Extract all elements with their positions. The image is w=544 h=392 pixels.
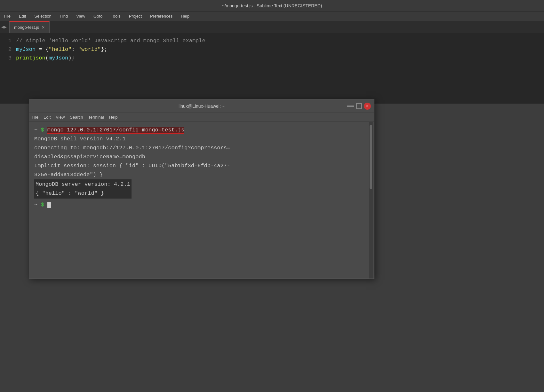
terminal-output-4: Implicit session: session { "id" : UUID(… [34, 161, 369, 170]
code-content: // simple 'Hello World' JavaScript and m… [16, 36, 544, 100]
code-comment-2: mongo Shell example [140, 38, 205, 44]
terminal-dollar-1: $ [41, 127, 44, 133]
tab-close-button[interactable]: ✕ [42, 25, 45, 30]
terminal-scrollbar[interactable] [369, 122, 373, 278]
terminal-menu-terminal[interactable]: Terminal [88, 115, 104, 120]
terminal-prompt-end: ~ $ [34, 200, 369, 209]
terminal-scrollbar-thumb[interactable] [370, 125, 372, 189]
menu-preferences[interactable]: Preferences [149, 13, 174, 19]
code-line-3: printjson(myJson); [16, 54, 544, 62]
terminal-restore-btn[interactable] [356, 103, 362, 109]
terminal-output-3: disabled&gssapiServiceName=mongodb [34, 153, 369, 161]
terminal-highlight-block: MongoDB server version: 4.2.1 { "hello" … [34, 179, 132, 199]
terminal-title-bar: linux@Linux-Huawei: ~ [29, 99, 374, 113]
menu-view[interactable]: View [75, 13, 86, 19]
terminal-body[interactable]: ~ $ mongo 127.0.0.1:27017/config mongo-t… [29, 122, 374, 278]
terminal-dollar-2: $ [41, 202, 44, 208]
terminal-output-6: MongoDB server version: 4.2.1 { "hello" … [34, 179, 369, 199]
tab-next-arrow[interactable]: ▶ [4, 24, 6, 30]
terminal-output-7: { "hello" : "world" } [36, 190, 104, 196]
terminal-cursor [47, 202, 51, 208]
menu-goto[interactable]: Goto [92, 13, 104, 19]
terminal-command: mongo 127.0.0.1:27017/config mongo-test.… [47, 127, 184, 134]
tab-bar: ◀ ▶ mongo-test.js ✕ [0, 21, 544, 33]
menu-project[interactable]: Project [128, 13, 143, 19]
title-bar: ~/mongo-test.js - Sublime Text (UNREGIST… [0, 0, 544, 12]
menu-bar: File Edit Selection Find View Goto Tools… [0, 12, 544, 21]
code-punct-4: ( [45, 55, 49, 61]
code-line-2: myJson = {"hello": "world"}; [16, 45, 544, 54]
code-str-hello: "hello" [49, 46, 71, 52]
terminal-menu-view[interactable]: View [56, 115, 65, 120]
terminal-output-2: connecting to: mongodb://127.0.0.1:27017… [34, 144, 369, 153]
editor-area: 1 2 3 // simple 'Hello World' JavaScript… [0, 33, 544, 104]
menu-tools[interactable]: Tools [109, 13, 122, 19]
line-numbers: 1 2 3 [0, 36, 16, 100]
terminal-minimize-btn[interactable] [347, 106, 354, 107]
tab-mongo-test-js[interactable]: mongo-test.js ✕ [9, 21, 50, 33]
terminal-command-line: ~ $ mongo 127.0.0.1:27017/config mongo-t… [34, 126, 369, 135]
tab-prev-arrow[interactable]: ◀ [1, 24, 4, 30]
code-str-world: "world" [78, 46, 101, 52]
code-and: and [130, 38, 140, 44]
terminal-menu-file[interactable]: File [32, 115, 38, 120]
code-line-1: // simple 'Hello World' JavaScript and m… [16, 36, 544, 45]
code-var-myjson: myJson [16, 46, 36, 52]
terminal-output-5: 825e-add9a13ddede") } [34, 170, 369, 179]
terminal-title: linux@Linux-Huawei: ~ [179, 104, 225, 109]
code-func-printjson: printjson [16, 55, 45, 61]
menu-selection[interactable]: Selection [33, 13, 52, 19]
terminal-close-btn[interactable] [364, 103, 371, 110]
terminal-window: linux@Linux-Huawei: ~ File Edit View Sea… [29, 99, 374, 279]
terminal-menu-search[interactable]: Search [70, 115, 83, 120]
menu-find[interactable]: Find [59, 13, 69, 19]
line-number-1: 1 [0, 36, 12, 45]
code-punct-2: : [71, 46, 78, 52]
code-comment-1: // simple 'Hello World' JavaScript [16, 38, 130, 44]
menu-edit[interactable]: Edit [18, 13, 27, 19]
menu-file[interactable]: File [3, 13, 12, 19]
terminal-menu-edit[interactable]: Edit [44, 115, 51, 120]
code-punct-3: }; [101, 46, 107, 52]
code-punct-5: ); [68, 55, 75, 61]
code-var-myjson-2: myJson [49, 55, 68, 61]
terminal-tilde-2: ~ [34, 202, 41, 208]
terminal-menu-bar: File Edit View Search Terminal Help [29, 113, 374, 122]
line-number-2: 2 [0, 45, 12, 54]
terminal-window-controls [347, 103, 371, 110]
menu-help[interactable]: Help [180, 13, 191, 19]
terminal-menu-help[interactable]: Help [109, 115, 118, 120]
terminal-tilde-1: ~ [34, 127, 41, 133]
tab-label: mongo-test.js [14, 25, 39, 30]
code-punct-1: = { [36, 46, 49, 52]
terminal-output-1: MongoDB shell version v4.2.1 [34, 135, 369, 144]
line-number-3: 3 [0, 54, 12, 62]
window-title: ~/mongo-test.js - Sublime Text (UNREGIST… [222, 3, 322, 8]
tab-nav-arrows[interactable]: ◀ ▶ [1, 24, 7, 30]
